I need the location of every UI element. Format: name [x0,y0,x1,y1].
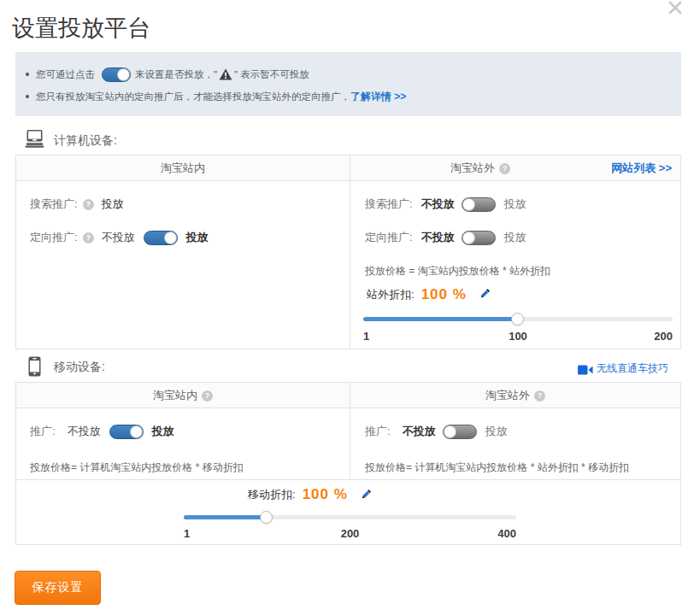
tip1-mid: 来设置是否投放，" [135,68,217,81]
edit-pencil-icon[interactable] [360,490,371,503]
mobile-tips-link[interactable]: 无线直通车技巧 [578,359,668,378]
computer-onsite-header-label: 淘宝站内 [161,161,205,176]
state-off-label: 不投放 [102,230,135,245]
state-on-label: 投放 [186,230,209,245]
mobile-onsite-header: 淘宝站内 ? [16,383,350,408]
help-icon[interactable]: ? [83,232,94,243]
state-on-label: 投放 [504,196,526,212]
slider-fill [363,317,518,321]
mobile-discount-value: 100 % [303,486,348,503]
column-divider [350,383,350,479]
slider-fill [184,515,266,519]
mobile-offsite-header: 淘宝站外 ? [350,383,680,408]
search-promo-label: 搜索推广: [30,196,78,212]
slider-handle[interactable] [260,511,273,524]
laptop-icon [25,130,44,151]
tip-row-1: 您可通过点击 来设置是否投放，" " 表示暂不可投放 [26,64,309,85]
tip1-pre: 您可通过点击 [36,68,95,81]
website-list-link[interactable]: 网站列表 >> [611,155,672,181]
slider-max-label: 400 [497,527,516,540]
state-off-label: 不投放 [403,424,436,439]
offsite-discount-label: 站外折扣: [367,287,415,302]
mobile-tips-link-label: 无线直通车技巧 [597,361,668,376]
mobile-discount-row: 移动折扣: 100 % [248,484,371,506]
bullet-icon [26,95,29,98]
slider-min-label: 1 [184,527,190,540]
offsite-search-row: 搜索推广: 不投放 投放 [365,194,526,214]
tip-row-2: 您只有投放淘宝站内的定向推广后，才能选择投放淘宝站外的定向推广， 了解详情 >> [26,86,406,107]
help-icon[interactable]: ? [499,163,510,174]
video-camera-icon [578,365,593,375]
save-settings-button[interactable]: 保存设置 [15,571,101,605]
column-divider [350,155,350,349]
help-icon[interactable]: ? [534,390,545,402]
offsite-slider-labels: 1 100 200 [363,330,673,343]
tip2-text: 您只有投放淘宝站内的定向推广后，才能选择投放淘宝站外的定向推广， [36,91,350,103]
onsite-target-toggle[interactable] [144,231,178,245]
mobile-offsite-formula: 投放价格= 计算机淘宝站内投放价格 * 站外折扣 * 移动折扣 [365,457,629,478]
mobile-onsite-toggle[interactable] [109,425,144,439]
offsite-target-toggle[interactable] [462,231,496,245]
bullet-icon [26,73,29,76]
mobile-table: 淘宝站内 ? 淘宝站外 ? 推广: 不投放 投放 推广: 不投放 投放 投放价格… [15,382,681,545]
mobile-section-title: 移动设备: [54,358,105,377]
page-title: 设置投放平台 [12,13,150,44]
mobile-offsite-header-label: 淘宝站外 [485,388,530,403]
slider-mid-label: 200 [341,527,360,540]
state-on-label: 投放 [504,230,526,245]
onsite-target-row: 定向推广: ? 不投放 投放 [30,227,209,248]
close-icon[interactable] [668,0,683,15]
computer-onsite-header: 淘宝站内 [16,155,350,181]
state-on-label: 投放 [485,424,508,439]
promo-label: 推广: [365,424,391,439]
state-on-label: 投放 [152,424,174,439]
offsite-target-row: 定向推广: 不投放 投放 [365,227,526,248]
row-divider [16,479,680,480]
slider-mid-label: 100 [509,330,527,343]
tip1-end: " 表示暂不可投放 [234,68,309,81]
slider-max-label: 200 [654,330,673,343]
mobile-offsite-toggle[interactable] [443,425,477,439]
offsite-price-formula: 投放价格 = 淘宝站内投放价格 * 站外折扣 [365,261,550,281]
state-off-label: 不投放 [421,196,455,212]
help-icon[interactable]: ? [83,199,94,210]
target-promo-label: 定向推广: [365,230,413,245]
offsite-discount-row: 站外折扣: 100 % [367,284,490,305]
warning-icon [219,68,232,80]
mobile-onsite-formula: 投放价格= 计算机淘宝站内投放价格 * 移动折扣 [30,457,244,478]
edit-pencil-icon[interactable] [479,289,490,302]
smartphone-icon [28,356,41,380]
slider-handle[interactable] [511,313,524,326]
state-off-label: 不投放 [68,424,101,439]
computer-offsite-header-label: 淘宝站外 [450,161,495,176]
mobile-onsite-promo-row: 推广: 不投放 投放 [30,421,174,442]
mobile-discount-label: 移动折扣: [248,487,296,502]
search-promo-label: 搜索推广: [365,196,413,212]
computer-table: 淘宝站内 淘宝站外 ? 网站列表 >> 搜索推广: ? 投放 定向推广: ? 不… [15,155,681,349]
mobile-slider-labels: 1 200 400 [184,527,516,541]
info-box: 您可通过点击 来设置是否投放，" " 表示暂不可投放 您只有投放淘宝站内的定向推… [15,52,681,116]
help-icon[interactable]: ? [202,390,213,402]
onsite-search-row: 搜索推广: ? 投放 [30,194,124,214]
mobile-offsite-promo-row: 推广: 不投放 投放 [365,421,508,442]
computer-section-title: 计算机设备: [54,132,117,150]
slider-min-label: 1 [363,330,369,343]
mobile-onsite-header-label: 淘宝站内 [153,388,197,403]
promo-label: 推广: [30,424,56,439]
offsite-discount-value: 100 % [421,286,467,303]
example-toggle[interactable] [102,67,131,82]
onsite-search-state: 投放 [102,196,124,212]
computer-offsite-header: 淘宝站外 ? [350,155,610,181]
learn-more-link[interactable]: 了解详情 >> [350,90,406,104]
target-promo-label: 定向推广: [30,230,78,245]
offsite-search-toggle[interactable] [462,197,496,212]
state-off-label: 不投放 [421,230,455,245]
